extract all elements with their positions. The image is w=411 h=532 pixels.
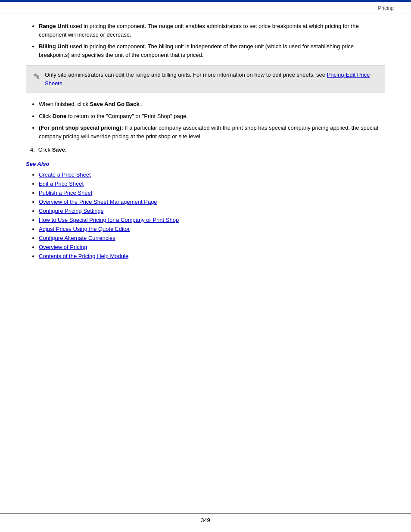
contents-pricing-help-module-link[interactable]: Contents of the Pricing Help Module	[39, 253, 128, 259]
list-item: Create a Price Sheet	[39, 171, 385, 178]
range-unit-description: used in pricing the component. The range…	[39, 23, 359, 38]
overview-pricing-link[interactable]: Overview of Pricing	[39, 244, 87, 250]
note-text-content: Only site administrators can edit the ra…	[45, 71, 378, 87]
list-item-save-go-back: When finished, click Save And Go Back .	[39, 100, 385, 109]
click-done-prefix: Click	[39, 113, 53, 119]
edit-icon: ✎	[33, 72, 40, 82]
special-pricing-link[interactable]: How to Use Special Pricing for a Company…	[39, 217, 179, 223]
list-item: How to Use Special Pricing for a Company…	[39, 217, 385, 223]
publish-price-sheet-link[interactable]: Publish a Price Sheet	[39, 190, 92, 196]
step-4-row: 4. Click Save.	[30, 146, 385, 153]
billing-unit-term: Billing Unit	[39, 43, 68, 50]
page-footer: 349	[0, 513, 411, 523]
list-item: Contents of the Pricing Help Module	[39, 253, 385, 259]
page-container: Pricing Range Unit used in pricing the c…	[0, 0, 411, 532]
overview-price-sheet-management-link[interactable]: Overview of the Price Sheet Management P…	[39, 199, 157, 205]
edit-price-sheet-link[interactable]: Edit a Price Sheet	[39, 180, 84, 187]
configure-pricing-settings-link[interactable]: Configure Pricing Settings	[39, 208, 103, 214]
list-item-print-shop-special: (For print shop special pricing): If a p…	[39, 124, 385, 140]
configure-alternate-currencies-link[interactable]: Configure Alternate Currencies	[39, 235, 115, 241]
range-unit-term: Range Unit	[39, 23, 68, 29]
save-go-back-suffix: .	[141, 101, 143, 107]
list-item: Overview of Pricing	[39, 244, 385, 250]
list-item: Publish a Price Sheet	[39, 190, 385, 196]
billing-unit-description: used in pricing the component. The billi…	[39, 43, 354, 58]
done-bold: Done	[53, 113, 67, 119]
see-also-title: See Also	[26, 161, 385, 167]
save-go-back-bold: Save And Go Back	[90, 101, 140, 107]
see-also-section: See Also Create a Price Sheet Edit a Pri…	[26, 161, 385, 259]
print-shop-bold: (For print shop special pricing):	[39, 124, 123, 131]
click-done-suffix: to return to the "Company" or "Print Sho…	[68, 113, 188, 119]
step-4-save-bold: Save	[52, 146, 65, 153]
create-price-sheet-link[interactable]: Create a Price Sheet	[39, 171, 91, 178]
main-content: Range Unit used in pricing the component…	[0, 13, 411, 288]
step-4-label: 4.	[30, 146, 35, 153]
definitions-list: Range Unit used in pricing the component…	[39, 22, 385, 59]
header-title-row: Pricing	[0, 2, 411, 13]
list-item-billing-unit: Billing Unit used in pricing the compone…	[39, 42, 385, 59]
list-item: Overview of the Price Sheet Management P…	[39, 199, 385, 205]
page-number: 349	[201, 517, 210, 523]
page-section-title: Pricing	[378, 5, 394, 11]
adjust-prices-quote-editor-link[interactable]: Adjust Prices Using the Quote Editor	[39, 226, 130, 232]
list-item-click-done: Click Done to return to the "Company" or…	[39, 112, 385, 121]
list-item-range-unit: Range Unit used in pricing the component…	[39, 22, 385, 39]
pricing-edit-price-sheets-link[interactable]: Pricing-Edit Price Sheets	[45, 72, 370, 87]
list-item: Edit a Price Sheet	[39, 180, 385, 187]
after-note-list: When finished, click Save And Go Back . …	[39, 100, 385, 140]
list-item: Adjust Prices Using the Quote Editor	[39, 226, 385, 232]
list-item: Configure Alternate Currencies	[39, 235, 385, 241]
see-also-list: Create a Price Sheet Edit a Price Sheet …	[39, 171, 385, 259]
note-box: ✎ Only site administrators can edit the …	[26, 65, 385, 93]
list-item: Configure Pricing Settings	[39, 208, 385, 214]
save-go-back-prefix: When finished, click	[39, 101, 90, 107]
step-4-text: Click Save.	[38, 146, 67, 153]
